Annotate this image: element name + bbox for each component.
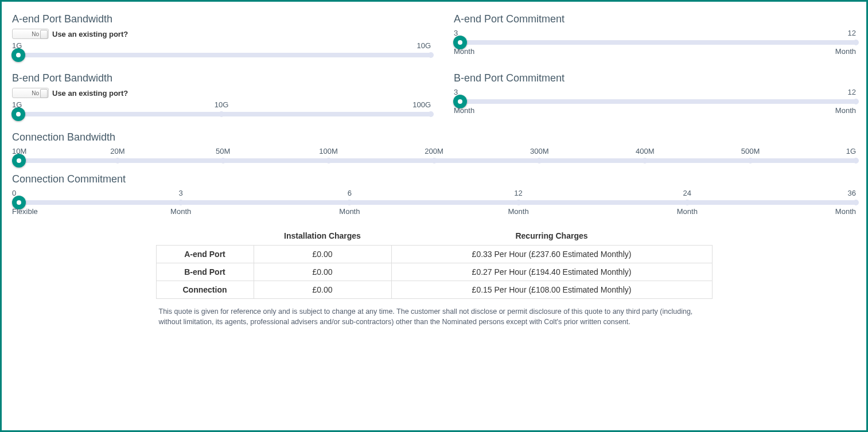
slider-scale: 1G 10G [12, 41, 431, 50]
install-value: £0.00 [254, 246, 391, 263]
slider-thumb[interactable] [11, 48, 25, 62]
slider-thumb[interactable] [11, 107, 25, 121]
col-header-install: Installation Charges [254, 227, 391, 246]
row-label: A-end Port [156, 246, 254, 263]
section-title: B-end Port Commitment [454, 72, 856, 84]
toggle-label: Use an existing port? [52, 30, 128, 38]
slider-scale: 3 12 [454, 29, 856, 38]
b-end-bandwidth-slider[interactable] [12, 112, 431, 116]
row-label: B-end Port [156, 263, 254, 281]
section-title: B-end Port Bandwidth [12, 72, 431, 84]
b-end-existing-port-toggle[interactable]: No [12, 88, 49, 98]
install-value: £0.00 [254, 263, 391, 281]
recurring-value: £0.33 Per Hour (£237.60 Estimated Monthl… [391, 246, 712, 263]
slider-scale: 3 12 [454, 88, 856, 97]
install-value: £0.00 [254, 281, 391, 299]
section-title: Connection Commitment [12, 173, 856, 185]
quote-configurator: A-end Port Bandwidth No Use an existing … [0, 0, 868, 432]
toggle-label: Use an existing port? [52, 89, 128, 98]
connection-commitment-section: Connection Commitment 0 3 6 12 24 36 Fle… [12, 173, 856, 216]
a-end-bandwidth-section: A-end Port Bandwidth No Use an existing … [12, 9, 431, 68]
b-end-commitment-slider[interactable] [454, 99, 856, 104]
section-title: A-end Port Commitment [454, 13, 856, 25]
a-end-bandwidth-slider[interactable] [12, 53, 431, 57]
charges-table: Installation Charges Recurring Charges A… [156, 227, 713, 299]
slider-sublabels: Month Month [454, 47, 856, 56]
col-header-recurring: Recurring Charges [391, 227, 712, 246]
connection-bandwidth-section: Connection Bandwidth 10M 20M 50M 100M 20… [12, 131, 856, 163]
a-end-existing-port-toggle[interactable]: No [12, 29, 49, 39]
recurring-value: £0.15 Per Hour (£108.00 Estimated Monthl… [391, 281, 712, 299]
slider-scale: 10M 20M 50M 100M 200M 300M 400M 500M 1G [12, 147, 856, 156]
row-label: Connection [156, 281, 254, 299]
table-row: A-end Port £0.00 £0.33 Per Hour (£237.60… [156, 246, 712, 263]
disclaimer-text: This quote is given for reference only a… [159, 307, 710, 327]
b-end-commitment-section: B-end Port Commitment 3 12 Month Month [454, 68, 856, 127]
table-row: B-end Port £0.00 £0.27 Per Hour (£194.40… [156, 263, 712, 281]
slider-scale: 0 3 6 12 24 36 [12, 189, 856, 198]
b-end-bandwidth-section: B-end Port Bandwidth No Use an existing … [12, 68, 431, 127]
slider-scale: 1G 10G 100G [12, 100, 431, 110]
section-title: A-end Port Bandwidth [12, 13, 431, 25]
slider-sublabels: Month Month [454, 106, 856, 115]
section-title: Connection Bandwidth [12, 131, 856, 143]
slider-sublabels: Flexible Month Month Month Month Month [12, 207, 856, 216]
connection-commitment-slider[interactable] [12, 200, 856, 205]
connection-bandwidth-slider[interactable] [12, 158, 856, 163]
slider-thumb[interactable] [12, 154, 26, 168]
a-end-commitment-slider[interactable] [454, 40, 856, 45]
table-row: Connection £0.00 £0.15 Per Hour (£108.00… [156, 281, 712, 299]
recurring-value: £0.27 Per Hour (£194.40 Estimated Monthl… [391, 263, 712, 281]
a-end-commitment-section: A-end Port Commitment 3 12 Month Month [454, 9, 856, 68]
